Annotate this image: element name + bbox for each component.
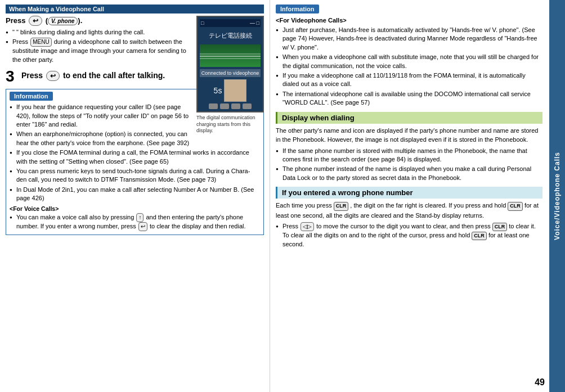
voice-bullet-text: You can make a voice call also by pressi… <box>16 214 134 220</box>
page-number: 49 <box>535 377 545 388</box>
menu-key: MENU <box>30 38 51 47</box>
cursor-key: ◁▷ <box>301 222 314 231</box>
vertical-tab-text: Voice/Videophone Calls <box>553 152 561 240</box>
step-3-row: 3 Press ↩ to end the call after talking. <box>6 69 191 84</box>
video-bullet-2: When you make a videophone call with sub… <box>276 53 542 70</box>
info-header: Information <box>10 92 53 101</box>
screen-icon-left: □ <box>201 20 204 26</box>
info-box-content: If you hear the guidance requesting your… <box>10 103 260 231</box>
bullet-1-text: " " blinks during dialing and lights dur… <box>12 29 145 35</box>
thumbnail-image <box>224 79 246 102</box>
right-panel: Information <For Videophone Calls> Just … <box>270 0 565 392</box>
display-bullets: If the same phone number is stored with … <box>276 147 542 183</box>
step-3-number: 3 <box>6 69 17 84</box>
display-dialing-text: The other party's name and icon are disp… <box>276 126 542 145</box>
video-bullets: Just after purchase, Hands-free is autom… <box>276 26 542 107</box>
voice-bullet-end: to clear the display and then redial. <box>150 223 246 229</box>
v-phone-key: V. phone <box>48 17 78 25</box>
for-voice-calls-header: <For Voice Calls> <box>10 205 260 213</box>
display-bullet-1: If the same phone number is stored with … <box>276 147 542 164</box>
video-bullet-4: The international videophone call is ava… <box>276 90 542 107</box>
vertical-tab: Voice/Videophone Calls <box>549 0 565 392</box>
screen-icon-right: — □ <box>250 20 259 26</box>
timer-text: 5s <box>214 86 222 95</box>
press-label: Press <box>6 16 25 25</box>
voice-call-key: ↑ <box>136 213 144 222</box>
info-bullet-4: You can press numeric keys to send touch… <box>10 167 260 184</box>
info-bullet-2: When an earphone/microphone (option) is … <box>10 130 260 147</box>
wrong-bullet-mid: to move the cursor to the digit you want… <box>316 223 490 229</box>
right-info-header: Information <box>276 4 319 13</box>
wrong-text-1: Each time you press <box>276 202 332 209</box>
display-dialing-header: Display when dialing <box>276 112 542 124</box>
connected-text: Connected to videophone <box>200 69 261 77</box>
step3-press: Press <box>21 71 43 80</box>
screen-header: □ — □ <box>200 19 261 27</box>
info-bullet-5: In Dual Mode of 2in1, you can make a cal… <box>10 186 260 203</box>
clr-key-2: CLR <box>508 202 523 211</box>
wrong-number-text: Each time you press CLR , the digit on t… <box>276 201 542 220</box>
clr-key-4: CLR <box>472 232 487 240</box>
info-box: Information If you hear the guidance req… <box>6 89 264 235</box>
info-bullet-3: If you close the FOMA terminal during a … <box>10 148 260 166</box>
wrong-bullet: Press ◁▷ to move the cursor to the digit… <box>276 222 542 249</box>
voice-bullet: You can make a voice call also by pressi… <box>10 213 260 231</box>
making-call-header: When Making a Videophone Call <box>6 4 264 13</box>
wrong-bullet-text: Press <box>282 223 298 229</box>
wrong-bullets: Press ◁▷ to move the cursor to the digit… <box>276 222 542 249</box>
step3-suffix: to end the call after talking. <box>63 71 165 80</box>
making-call-section: □ — □ テレビ電話接続 Connected to videophone 5s… <box>6 16 264 64</box>
display-bullet-2: The phone number instead of the name is … <box>276 165 542 182</box>
making-call-bullets: " " blinks during dialing and lights dur… <box>6 28 264 64</box>
bullet-item-1: " " blinks during dialing and lights dur… <box>6 28 264 37</box>
voice-clear-key: ↩ <box>138 222 147 231</box>
clr-key-3: CLR <box>492 223 508 231</box>
voice-calls-bullets: You can make a voice call also by pressi… <box>10 213 260 231</box>
step-3-text: Press ↩ to end the call after talking. <box>21 69 165 81</box>
end-key-icon: ↩ <box>29 16 42 26</box>
bullet-2-prefix: Press <box>12 38 28 45</box>
left-panel: When Making a Videophone Call □ — □ テレビ電… <box>0 0 270 392</box>
making-call-title: When Making a Videophone Call <box>9 6 104 12</box>
video-bullet-3: If you make a videophone call at 110/119… <box>276 71 542 89</box>
info-bullet-1: If you hear the guidance requesting your… <box>10 103 260 129</box>
right-panel-content: Information <For Videophone Calls> Just … <box>276 4 542 249</box>
wrong-mid-1: , the digit on the far right is cleared.… <box>350 202 506 209</box>
info-bullets: If you hear the guidance requesting your… <box>10 103 260 202</box>
clr-key-1: CLR <box>334 202 349 211</box>
paren-close: ). <box>78 16 82 25</box>
video-bullet-1: Just after purchase, Hands-free is autom… <box>276 26 542 52</box>
step3-end-key: ↩ <box>46 71 60 81</box>
wrong-number-header: If you entered a wrong phone number <box>276 187 542 199</box>
for-videophone-title: <For Videophone Calls> <box>276 17 542 24</box>
bullet-item-2: Press MENU during a videophone call to s… <box>6 38 264 64</box>
